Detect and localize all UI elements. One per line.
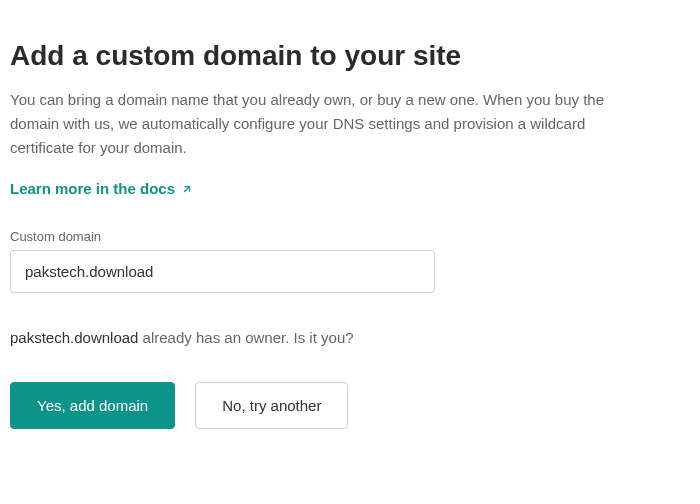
external-link-icon	[181, 183, 193, 195]
domain-field-label: Custom domain	[10, 229, 690, 244]
learn-more-link[interactable]: Learn more in the docs	[10, 180, 193, 197]
domain-ownership-status: pakstech.download already has an owner. …	[10, 329, 690, 346]
no-try-another-button[interactable]: No, try another	[195, 382, 348, 429]
learn-more-label: Learn more in the docs	[10, 180, 175, 197]
status-message-text: already has an owner. Is it you?	[138, 329, 353, 346]
svg-line-0	[185, 186, 190, 191]
status-domain-name: pakstech.download	[10, 329, 138, 346]
page-description: You can bring a domain name that you alr…	[10, 88, 650, 160]
custom-domain-input[interactable]	[10, 250, 435, 293]
yes-add-domain-button[interactable]: Yes, add domain	[10, 382, 175, 429]
action-buttons: Yes, add domain No, try another	[10, 382, 690, 429]
page-title: Add a custom domain to your site	[10, 40, 690, 72]
